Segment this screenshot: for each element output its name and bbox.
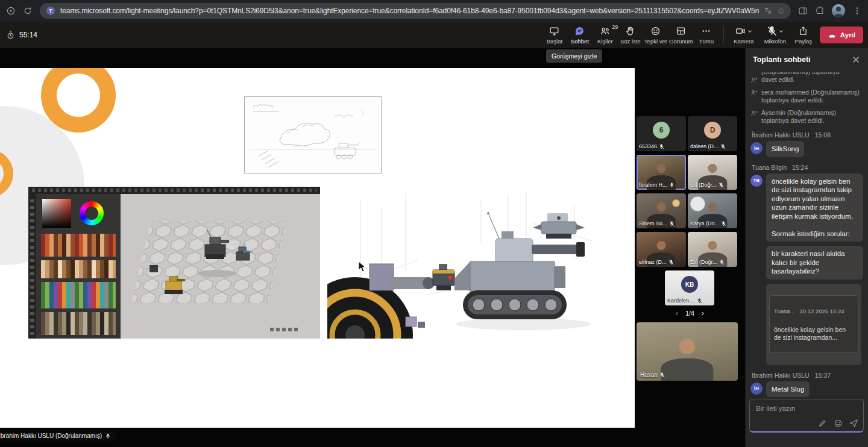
avatar: KB [681,276,698,293]
chevron-left-icon[interactable]: ‹ [676,308,678,317]
meeting-timer-value: 55:14 [19,31,37,39]
participant-name-label: Sinem Sü... [639,220,685,227]
participant-tile-kardelen[interactable]: KB Kardelen ... [665,270,714,305]
toolbar-divider [723,27,724,43]
participant-tile-karya[interactable]: Karya (Do... [688,193,737,228]
chat-icon [574,26,585,36]
hide-view-tooltip: Görüşmeyi gizle [546,49,602,63]
participant-video [657,241,666,250]
avatar: İH [750,383,763,395]
chevron-down-icon[interactable] [779,29,784,34]
reactions-button[interactable]: Tepki ver [643,24,668,46]
record-icon[interactable] [6,6,16,16]
participant-name-label: Karya (Do... [690,220,736,227]
mouse-cursor [358,261,366,273]
side-panel-icon[interactable] [798,6,808,16]
view-icon [676,26,686,36]
message-composer[interactable] [749,399,864,433]
toolbar-buttons: Başlat Sohbet 29 [542,24,868,46]
extensions-icon[interactable] [815,6,825,16]
participant-tile-ibrahim[interactable]: İbrahim H... [637,155,686,190]
participant-tile-elif2[interactable]: Elif (Doğr... [688,232,737,267]
participant-video [657,164,666,173]
camera-icon [735,26,746,36]
participant-video [708,164,717,173]
participant-name-label: Kardelen ... [667,298,713,304]
hang-up-icon [828,31,837,40]
raise-hand-icon [625,26,635,36]
people-button[interactable]: 29 Kişiler [593,24,618,46]
participant-tile-653346[interactable]: 6 653346 [637,116,686,151]
stopwatch-icon [6,31,15,40]
participant-video [657,202,666,211]
bookmark-star-icon[interactable]: ☆ [777,7,785,15]
refresh-icon[interactable] [23,6,33,16]
teams-meeting-window: T teams.microsoft.com/light-meetings/lau… [0,0,868,447]
start-button[interactable]: Başlat [542,24,567,46]
microphone-button[interactable]: Mikrofon [760,24,791,46]
meeting-toolbar: 55:14 Başlat Sohbet [0,22,868,48]
chat-title: Toplantı sohbeti [753,55,811,64]
color-picker-square [42,199,71,228]
quoted-message: Tuana... 10.12.2025 15:24 öncelikle kola… [769,295,858,353]
chat-message-with-quote: Tuana... 10.12.2025 15:24 öncelikle kola… [766,284,861,365]
avatar: İH [750,142,763,154]
browser-profile-avatar[interactable] [832,4,845,17]
color-wheel [80,201,104,225]
leave-button[interactable]: Ayrıl [820,27,863,43]
message-sender-header: Tuana Bilgin15:24 [752,164,863,171]
participant-tile-elifnaz[interactable]: elifnaz (D... [637,232,686,267]
message-sender-header: İbrahim Hakkı USLU15:37 [752,372,863,379]
participant-tile-sinem[interactable]: Sinem Sü... [637,193,686,228]
shared-screen-stage [0,68,635,428]
mic-off-icon [719,183,724,188]
share-button[interactable]: Paylaş [791,24,816,46]
view-button[interactable]: Görünüm [668,24,694,46]
composer-actions [818,419,858,428]
chat-message: bir karakteri nasıl akılda kalıcı bir şe… [766,246,863,280]
mic-off-icon [719,260,725,265]
message-input[interactable] [750,399,863,412]
more-icon [701,26,711,36]
message-sender-header: İbrahim Hakkı USLU15:06 [752,131,863,139]
camera-button[interactable]: Kamera [728,24,760,46]
participant-name-label: elif (Doğr... [690,182,736,188]
avatar: TB [750,175,763,187]
participants-rail: 6 653346 D daleen (D... İbrahim H... el [635,48,745,447]
format-icon[interactable] [818,419,827,428]
chevron-down-icon[interactable] [747,29,752,34]
chevron-right-icon[interactable]: › [702,308,704,317]
participant-video [708,241,717,250]
raise-hand-button[interactable]: Söz iste [618,24,643,46]
system-message: sera mohammed (Doğrulanmamış) toplantıya… [750,89,863,104]
people-icon [600,26,610,36]
teams-favicon: T [46,6,55,16]
browser-menu-icon[interactable] [852,6,862,16]
svg-text:T: T [49,8,52,14]
mic-off-icon [767,26,777,36]
emoji-icon[interactable] [834,419,843,428]
present-icon [549,26,559,36]
page-indicator: 1/4 [685,310,694,317]
mic-off-icon [721,221,726,227]
participant-tile-hasan[interactable]: Hasan [637,322,738,381]
close-icon[interactable] [851,55,861,64]
mic-off-icon [668,260,674,265]
mic-icon [669,183,675,188]
chat-messages: (Doğrulanmamış) toplantıya davet edildi.… [746,72,868,398]
translate-icon[interactable] [764,7,772,15]
browser-bar: T teams.microsoft.com/light-meetings/lau… [0,0,868,22]
reaction-icon [650,26,661,36]
mic-off-icon [697,298,702,304]
participant-tile-daleen[interactable]: D daleen (D... [688,116,737,151]
participant-tile-elif[interactable]: elif (Doğr... [688,155,737,190]
participant-video [708,202,717,211]
app-color-panel [36,194,121,339]
message-group: İH Metal Slug Asset Forge Kit Bash Modde… [750,381,863,398]
chat-button[interactable]: Sohbet [567,24,593,46]
send-icon[interactable] [849,419,858,428]
participant-name-label: Elif (Doğr... [690,259,736,265]
more-button[interactable]: Tümü [694,24,719,46]
url-text[interactable]: teams.microsoft.com/light-meetings/launc… [60,7,759,15]
address-bar[interactable]: T teams.microsoft.com/light-meetings/lau… [40,3,791,19]
